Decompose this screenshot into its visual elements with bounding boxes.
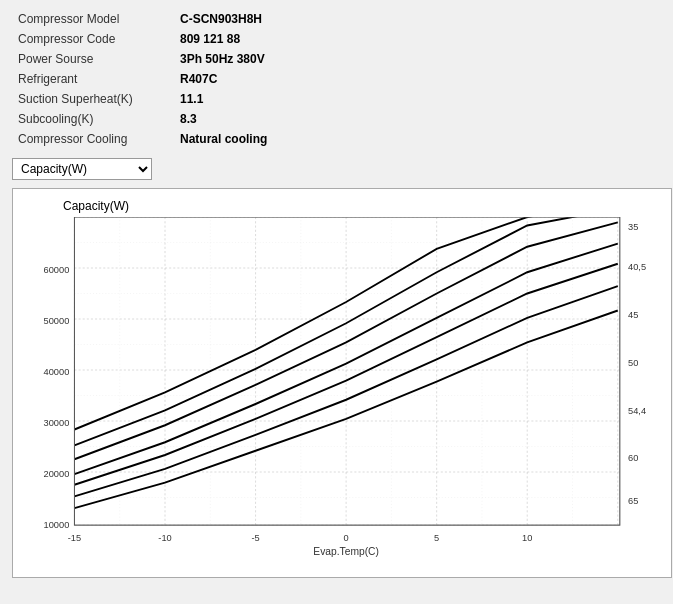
info-value: Natural cooling <box>176 130 659 148</box>
svg-text:45: 45 <box>628 309 638 320</box>
info-row: Compressor ModelC-SCN903H8H <box>14 10 659 28</box>
info-row: Subcooling(K)8.3 <box>14 110 659 128</box>
dropdown-row: Capacity(W)Power Input(W)Current(A) <box>12 158 661 180</box>
chart-type-select[interactable]: Capacity(W)Power Input(W)Current(A) <box>12 158 152 180</box>
svg-text:30000: 30000 <box>44 417 70 428</box>
info-label: Compressor Code <box>14 30 174 48</box>
svg-text:-10: -10 <box>158 532 171 543</box>
info-value: C-SCN903H8H <box>176 10 659 28</box>
info-value: 809 121 88 <box>176 30 659 48</box>
main-container: Compressor ModelC-SCN903H8HCompressor Co… <box>0 0 673 586</box>
chart-container: Capacity(W) <box>12 188 672 578</box>
svg-text:60000: 60000 <box>44 264 70 275</box>
info-row: Suction Superheat(K)11.1 <box>14 90 659 108</box>
svg-text:-15: -15 <box>68 532 81 543</box>
svg-text:20000: 20000 <box>44 468 70 479</box>
info-value: R407C <box>176 70 659 88</box>
svg-rect-0 <box>74 217 619 525</box>
info-label: Refrigerant <box>14 70 174 88</box>
info-table: Compressor ModelC-SCN903H8HCompressor Co… <box>12 8 661 150</box>
info-label: Subcooling(K) <box>14 110 174 128</box>
info-label: Suction Superheat(K) <box>14 90 174 108</box>
svg-text:50000: 50000 <box>44 315 70 326</box>
svg-text:10000: 10000 <box>44 519 70 530</box>
info-value: 8.3 <box>176 110 659 128</box>
chart-area: 10000 20000 30000 40000 50000 60000 -15 … <box>23 217 661 557</box>
svg-text:65: 65 <box>628 495 638 506</box>
svg-text:54,4: 54,4 <box>628 404 646 415</box>
chart-svg: 10000 20000 30000 40000 50000 60000 -15 … <box>23 217 661 557</box>
info-value: 3Ph 50Hz 380V <box>176 50 659 68</box>
svg-text:Evap.Temp(C): Evap.Temp(C) <box>313 546 379 557</box>
svg-text:5: 5 <box>434 532 439 543</box>
svg-text:40000: 40000 <box>44 366 70 377</box>
svg-text:-5: -5 <box>251 532 259 543</box>
info-row: Compressor CoolingNatural cooling <box>14 130 659 148</box>
svg-text:40,5: 40,5 <box>628 261 646 272</box>
info-label: Compressor Model <box>14 10 174 28</box>
svg-text:50: 50 <box>628 357 638 368</box>
info-label: Compressor Cooling <box>14 130 174 148</box>
info-value: 11.1 <box>176 90 659 108</box>
svg-text:10: 10 <box>522 532 532 543</box>
svg-text:0: 0 <box>344 532 349 543</box>
chart-title: Capacity(W) <box>63 199 661 213</box>
info-label: Power Sourse <box>14 50 174 68</box>
svg-text:35: 35 <box>628 221 638 232</box>
info-row: Compressor Code809 121 88 <box>14 30 659 48</box>
info-row: RefrigerantR407C <box>14 70 659 88</box>
svg-text:60: 60 <box>628 452 638 463</box>
info-row: Power Sourse3Ph 50Hz 380V <box>14 50 659 68</box>
